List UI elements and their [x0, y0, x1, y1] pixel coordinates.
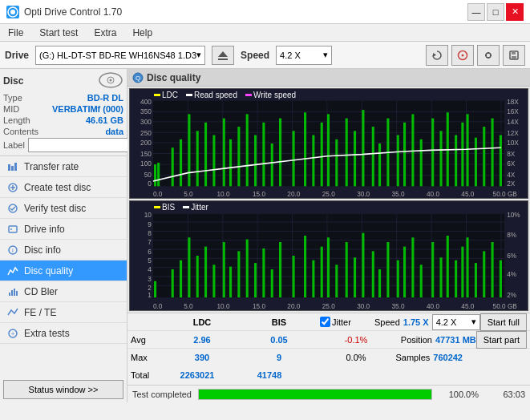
svg-text:10.0: 10.0 [217, 301, 230, 309]
svg-rect-75 [312, 135, 314, 187]
svg-text:30.0: 30.0 [357, 190, 370, 198]
svg-text:4: 4 [148, 265, 152, 273]
svg-rect-60 [180, 139, 182, 187]
legend-bis-label: BIS [162, 203, 175, 212]
speed-dropdown-icon: ▾ [323, 50, 328, 60]
svg-rect-180 [447, 236, 449, 297]
disc-button[interactable] [451, 45, 474, 66]
type-label: Type [3, 93, 22, 103]
jitter-checkbox-row: Jitter [320, 317, 351, 327]
maximize-button[interactable]: □ [487, 3, 504, 21]
start-part-button[interactable]: Start part [476, 331, 527, 349]
chart1: LDC Read speed Write speed [129, 88, 528, 199]
svg-text:8: 8 [148, 229, 152, 237]
legend-read: Read speed [186, 91, 237, 99]
start-full-button[interactable]: Start full [480, 313, 527, 331]
jitter-header-label: Jitter [332, 317, 351, 327]
svg-rect-182 [461, 247, 463, 297]
max-ldc: 390 [166, 353, 238, 362]
legend-read-label: Read speed [194, 91, 237, 99]
nav-create-test-disc[interactable]: Create test disc [0, 177, 127, 198]
svg-rect-183 [467, 237, 469, 297]
avg-jitter: -0.1% [320, 335, 392, 345]
settings-button[interactable] [477, 45, 500, 66]
avg-label: Avg [131, 335, 161, 345]
close-button[interactable]: ✕ [506, 3, 524, 21]
nav-disc-info[interactable]: i Disc info [0, 240, 127, 260]
svg-text:Q: Q [136, 75, 140, 82]
nav-extra-tests[interactable]: + Extra tests [0, 323, 127, 344]
contents-value: data [105, 127, 123, 136]
svg-rect-174 [397, 260, 399, 297]
cd-bler-icon [6, 285, 19, 298]
speed-section: Speed 1.75 X 4.2 X ▾ [374, 314, 480, 330]
svg-text:14X: 14X [507, 118, 519, 126]
speed-value: 4.2 X [280, 50, 301, 60]
chart-container: LDC Read speed Write speed [127, 87, 530, 313]
status-window-button[interactable]: Status window >> [3, 380, 123, 399]
svg-rect-21 [11, 166, 14, 171]
transfer-rate-label: Transfer rate [24, 161, 79, 172]
svg-rect-97 [492, 119, 494, 187]
max-cols: Max 390 9 0.0% [131, 353, 395, 362]
nav-transfer-rate[interactable]: Transfer rate [0, 156, 127, 177]
nav-fe-te[interactable]: FE / TE [0, 302, 127, 323]
legend-jitter-label: Jitter [191, 203, 208, 212]
svg-rect-76 [321, 123, 323, 187]
svg-rect-164 [312, 260, 314, 297]
svg-rect-156 [237, 251, 240, 297]
svg-rect-151 [196, 256, 199, 297]
menu-help[interactable]: Help [127, 26, 157, 40]
save-button[interactable] [503, 45, 525, 66]
drive-selector[interactable]: (G:) HL-DT-ST BD-RE WH16NS48 1.D3 ▾ [35, 46, 205, 65]
chart2-legend: BIS Jitter [154, 203, 208, 212]
speed-selector[interactable]: 4.2 X ▾ [276, 46, 332, 65]
svg-rect-153 [212, 265, 215, 297]
svg-rect-176 [411, 237, 414, 297]
max-jitter: 0.0% [320, 353, 392, 362]
type-value: BD-R DL [87, 93, 123, 103]
eject-button[interactable] [212, 46, 234, 65]
jitter-checkbox[interactable] [320, 317, 330, 327]
minimize-button[interactable]: — [467, 3, 485, 21]
svg-rect-86 [403, 123, 406, 187]
svg-text:4%: 4% [507, 270, 516, 278]
svg-rect-22 [14, 163, 17, 171]
ldc-color [154, 94, 160, 96]
svg-rect-9 [490, 55, 492, 56]
quality-header-icon: Q [132, 72, 144, 83]
svg-text:40.0: 40.0 [427, 301, 439, 309]
svg-text:8%: 8% [507, 231, 516, 239]
nav-drive-info[interactable]: Drive info [0, 219, 127, 240]
progress-bar-bg [198, 389, 432, 400]
svg-rect-89 [431, 119, 434, 187]
drivebar: Drive (G:) HL-DT-ST BD-RE WH16NS48 1.D3 … [0, 42, 530, 69]
nav-disc-quality[interactable]: Disc quality [0, 260, 127, 281]
svg-text:35.0: 35.0 [392, 190, 405, 198]
position-value: 47731 MB [435, 335, 476, 345]
chart2-svg: 10 9 8 7 6 5 4 3 2 1 10% 8% 6% 4% 2% [130, 201, 528, 310]
disc-quality-label: Disc quality [24, 265, 73, 277]
svg-rect-66 [229, 139, 232, 187]
menu-start-test[interactable]: Start test [34, 26, 83, 40]
svg-text:10: 10 [144, 211, 152, 219]
svg-rect-152 [204, 247, 207, 297]
svg-text:30.0: 30.0 [357, 301, 370, 309]
svg-text:15.0: 15.0 [253, 301, 265, 309]
menu-extra[interactable]: Extra [89, 26, 121, 40]
nav-cd-bler[interactable]: CD Bler [0, 281, 127, 302]
progress-time: 63:03 [485, 390, 525, 399]
svg-rect-149 [180, 260, 182, 297]
speed-stat-selector[interactable]: 4.2 X ▾ [432, 314, 480, 330]
nav-verify-test-disc[interactable]: Verify test disc [0, 198, 127, 219]
position-label: Position [401, 335, 432, 345]
svg-text:0.0: 0.0 [153, 301, 163, 309]
mid-value: VERBATIMf (000) [52, 104, 123, 114]
svg-rect-92 [455, 135, 457, 187]
label-input[interactable] [28, 138, 135, 152]
refresh-button[interactable] [426, 45, 448, 66]
menu-file[interactable]: File [3, 26, 28, 40]
mid-label: MID [3, 104, 19, 114]
svg-rect-172 [378, 269, 381, 297]
svg-rect-73 [293, 131, 295, 186]
